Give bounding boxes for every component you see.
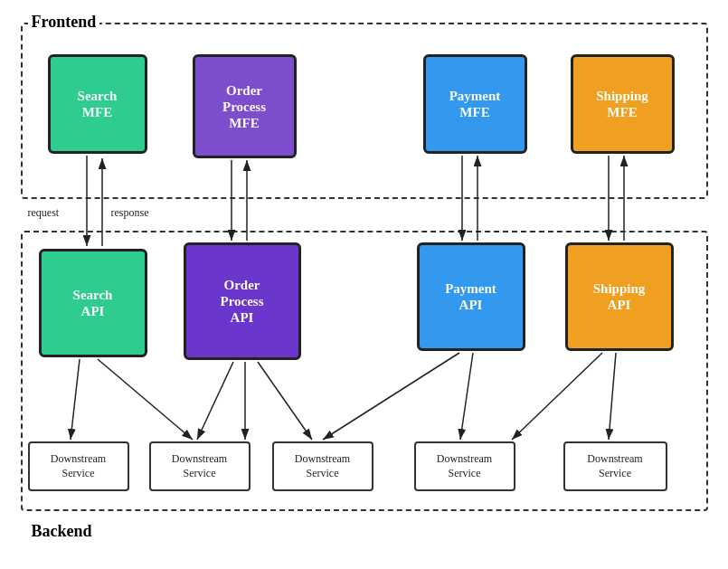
downstream-1: Downstream Service xyxy=(28,441,129,491)
payment-api-box: Payment API xyxy=(417,242,525,351)
request-label: request xyxy=(28,206,60,220)
payment-mfe-box: Payment MFE xyxy=(423,54,527,154)
shipping-api-box: Shipping API xyxy=(565,242,674,351)
backend-label: Backend xyxy=(28,522,96,541)
downstream-5: Downstream Service xyxy=(563,441,667,491)
downstream-4: Downstream Service xyxy=(414,441,515,491)
downstream-3: Downstream Service xyxy=(272,441,373,491)
order-api-box: Order Process API xyxy=(184,242,301,360)
diagram-container: Frontend Backend request response Search… xyxy=(12,9,717,552)
search-mfe-box: Search MFE xyxy=(48,54,147,154)
order-mfe-box: Order Process MFE xyxy=(193,54,297,158)
response-label: response xyxy=(111,206,149,220)
shipping-mfe-box: Shipping MFE xyxy=(571,54,675,154)
frontend-label: Frontend xyxy=(28,13,100,32)
search-api-box: Search API xyxy=(39,249,147,357)
downstream-2: Downstream Service xyxy=(149,441,251,491)
